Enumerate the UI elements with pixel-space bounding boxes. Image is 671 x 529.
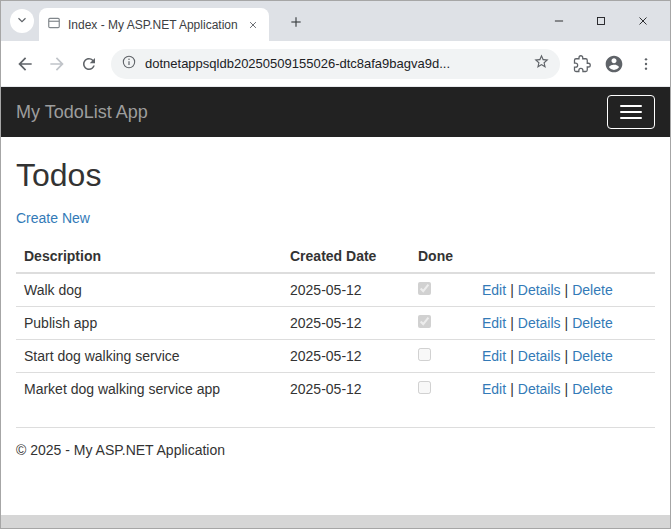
table-row: Market dog walking service app 2025-05-1… <box>16 373 655 406</box>
site-navbar: My TodoList App <box>1 87 670 137</box>
actions-cell: Edit|Details|Delete <box>474 340 655 373</box>
edit-link[interactable]: Edit <box>482 348 506 364</box>
done-cell <box>410 340 474 373</box>
actions-cell: Edit|Details|Delete <box>474 307 655 340</box>
header-created-date: Created Date <box>282 240 410 273</box>
delete-link[interactable]: Delete <box>572 282 612 298</box>
edit-link[interactable]: Edit <box>482 381 506 397</box>
description-cell: Publish app <box>16 307 282 340</box>
page-favicon-icon <box>47 16 61 34</box>
delete-link[interactable]: Delete <box>572 381 612 397</box>
actions-cell: Edit|Details|Delete <box>474 273 655 307</box>
header-description: Description <box>16 240 282 273</box>
new-tab-button[interactable] <box>283 10 309 36</box>
created-date-cell: 2025-05-12 <box>282 340 410 373</box>
header-done: Done <box>410 240 474 273</box>
created-date-cell: 2025-05-12 <box>282 273 410 307</box>
reload-button[interactable] <box>73 48 105 80</box>
table-row: Start dog walking service 2025-05-12 Edi… <box>16 340 655 373</box>
details-link[interactable]: Details <box>518 282 561 298</box>
tab-search-button[interactable] <box>10 9 34 33</box>
separator: | <box>565 381 569 397</box>
page-content: Todos Create New Description Created Dat… <box>1 157 670 472</box>
footer-text: © 2025 - My ASP.NET Application <box>16 428 655 472</box>
tab-close-button[interactable] <box>244 16 261 33</box>
description-cell: Market dog walking service app <box>16 373 282 406</box>
browser-toolbar: dotnetappsqldb20250509155026-dtc8afa9bag… <box>1 41 670 87</box>
delete-link[interactable]: Delete <box>572 315 612 331</box>
details-link[interactable]: Details <box>518 381 561 397</box>
header-actions <box>474 240 655 273</box>
table-header-row: Description Created Date Done <box>16 240 655 273</box>
separator: | <box>565 282 569 298</box>
done-cell <box>410 307 474 340</box>
done-cell <box>410 373 474 406</box>
forward-button[interactable] <box>41 48 73 80</box>
maximize-button[interactable] <box>580 1 622 41</box>
minimize-button[interactable] <box>538 1 580 41</box>
bookmark-star-icon[interactable] <box>533 53 550 74</box>
url-text[interactable]: dotnetappsqldb20250509155026-dtc8afa9bag… <box>145 56 533 71</box>
created-date-cell: 2025-05-12 <box>282 307 410 340</box>
done-checkbox <box>418 348 431 361</box>
separator: | <box>565 348 569 364</box>
created-date-cell: 2025-05-12 <box>282 373 410 406</box>
back-button[interactable] <box>9 48 41 80</box>
plus-icon <box>289 15 303 32</box>
page-title: Todos <box>16 157 655 194</box>
navbar-hamburger-button[interactable] <box>607 95 655 129</box>
description-cell: Start dog walking service <box>16 340 282 373</box>
table-row: Publish app 2025-05-12 Edit|Details|Dele… <box>16 307 655 340</box>
create-new-link[interactable]: Create New <box>16 210 90 226</box>
description-cell: Walk dog <box>16 273 282 307</box>
address-bar[interactable]: dotnetappsqldb20250509155026-dtc8afa9bag… <box>111 49 560 79</box>
tab-strip: Index - My ASP.NET Application <box>1 1 670 41</box>
close-button[interactable] <box>622 1 664 41</box>
tab-title: Index - My ASP.NET Application <box>68 18 244 32</box>
browser-tab[interactable]: Index - My ASP.NET Application <box>39 8 269 41</box>
done-checkbox <box>418 381 431 394</box>
chevron-down-icon <box>15 13 29 30</box>
profile-avatar[interactable] <box>598 48 630 80</box>
window-bottom-edge <box>1 515 670 528</box>
table-row: Walk dog 2025-05-12 Edit|Details|Delete <box>16 273 655 307</box>
todos-table: Description Created Date Done Walk dog 2… <box>16 240 655 405</box>
browser-menu-button[interactable] <box>630 48 662 80</box>
separator: | <box>510 315 514 331</box>
site-info-icon[interactable] <box>121 54 137 74</box>
edit-link[interactable]: Edit <box>482 282 506 298</box>
details-link[interactable]: Details <box>518 315 561 331</box>
separator: | <box>510 381 514 397</box>
extensions-icon[interactable] <box>566 48 598 80</box>
separator: | <box>510 348 514 364</box>
window-controls <box>538 1 664 41</box>
edit-link[interactable]: Edit <box>482 315 506 331</box>
separator: | <box>510 282 514 298</box>
separator: | <box>565 315 569 331</box>
hamburger-icon <box>620 105 642 119</box>
browser-window: Index - My ASP.NET Application <box>0 0 671 529</box>
done-cell <box>410 273 474 307</box>
navbar-brand[interactable]: My TodoList App <box>16 102 148 123</box>
actions-cell: Edit|Details|Delete <box>474 373 655 406</box>
delete-link[interactable]: Delete <box>572 348 612 364</box>
done-checkbox <box>418 315 431 328</box>
details-link[interactable]: Details <box>518 348 561 364</box>
done-checkbox <box>418 282 431 295</box>
